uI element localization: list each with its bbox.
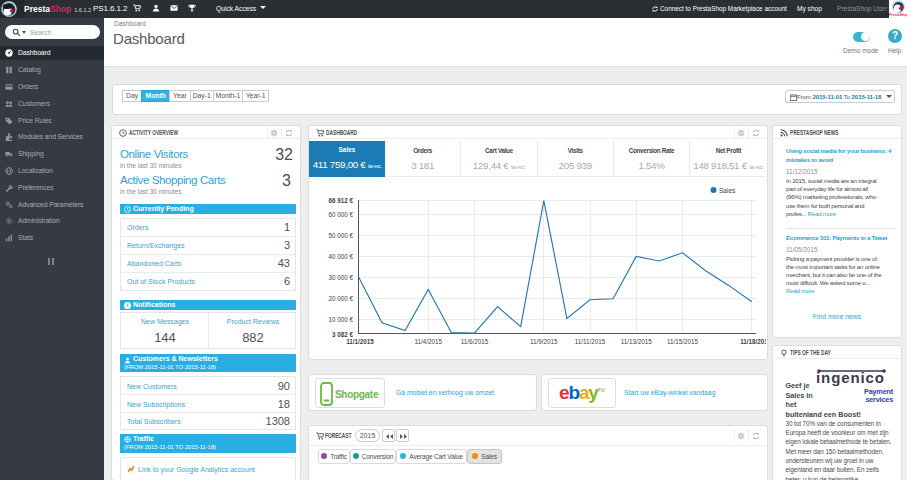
svg-text:11/13/2015: 11/13/2015 [621,338,653,345]
svg-text:30 000 €: 30 000 € [328,274,353,281]
svg-text:20 000 €: 20 000 € [328,295,353,302]
svg-text:3 082 €: 3 082 € [332,331,354,338]
svg-text:40 000 €: 40 000 € [328,253,353,260]
svg-text:11/15/2015: 11/15/2015 [667,338,699,345]
svg-text:50 000 €: 50 000 € [328,232,353,239]
svg-text:11/1/2015: 11/1/2015 [346,338,374,345]
svg-text:11/6/2015: 11/6/2015 [461,338,489,345]
svg-text:11/4/2015: 11/4/2015 [414,338,442,345]
svg-text:11/11/2015: 11/11/2015 [575,338,606,345]
svg-text:Sales: Sales [719,187,736,194]
svg-text:11/9/2015: 11/9/2015 [530,338,558,345]
svg-text:60 000 €: 60 000 € [328,211,353,218]
svg-text:66 912 €: 66 912 € [328,197,353,204]
svg-text:10 000 €: 10 000 € [328,316,353,323]
svg-text:11/18/201: 11/18/201 [740,338,766,345]
